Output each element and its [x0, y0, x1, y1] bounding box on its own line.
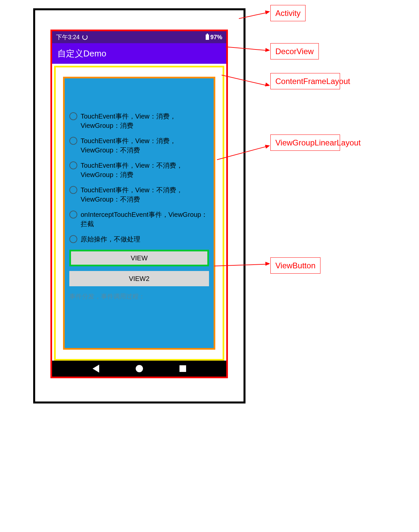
footer-text: 事件分发，事件调用过程：	[69, 292, 209, 301]
radio-icon	[69, 161, 77, 169]
decor-view: 下午3:24 97% 自定义Demo TouchEvent事件，View：消费，…	[50, 30, 228, 378]
diagram-container: 下午3:24 97% 自定义Demo TouchEvent事件，View：消费，…	[33, 8, 245, 403]
radio-item[interactable]: TouchEvent事件，View：消费，ViewGroup：不消费	[69, 136, 209, 155]
status-left: 下午3:24	[56, 33, 88, 41]
radio-icon	[69, 112, 77, 120]
status-bar: 下午3:24 97%	[52, 31, 226, 43]
annotation-viewgroup: ViewGroupLinearLayout	[270, 134, 340, 151]
battery-percent: 97%	[210, 34, 222, 41]
radio-item[interactable]: TouchEvent事件，View：不消费，ViewGroup：消费	[69, 161, 209, 179]
annotation-decorview: DecorView	[270, 43, 319, 59]
navigation-bar	[52, 361, 226, 377]
radio-icon	[69, 137, 77, 145]
arrow-head-icon	[265, 10, 270, 15]
radio-item[interactable]: 原始操作，不做处理	[69, 234, 209, 244]
nav-home-icon[interactable]	[136, 365, 143, 372]
radio-label: 原始操作，不做处理	[81, 234, 140, 244]
battery-icon	[206, 35, 209, 40]
view-button[interactable]: VIEW	[69, 250, 209, 266]
view-button-label: VIEW	[131, 254, 148, 262]
radio-label: TouchEvent事件，View：消费，ViewGroup：消费	[81, 112, 209, 130]
radio-icon	[69, 235, 77, 243]
arrow-head-icon	[265, 143, 271, 148]
nav-back-icon[interactable]	[93, 365, 99, 373]
radio-label: TouchEvent事件，View：不消费，ViewGroup：不消费	[81, 185, 209, 204]
viewgroup-linear-layout: TouchEvent事件，View：消费，ViewGroup：消费 TouchE…	[63, 77, 215, 350]
arrow-head-icon	[265, 83, 270, 88]
view2-button[interactable]: VIEW2	[69, 271, 209, 286]
app-bar: 自定义Demo	[52, 43, 226, 64]
nav-recent-icon[interactable]	[179, 365, 186, 372]
radio-icon	[69, 186, 77, 194]
content-frame-layout: TouchEvent事件，View：消费，ViewGroup：消费 TouchE…	[54, 66, 224, 361]
radio-item[interactable]: onInterceptTouchEvent事件，ViewGroup：拦截	[69, 210, 209, 228]
radio-item[interactable]: TouchEvent事件，View：消费，ViewGroup：消费	[69, 112, 209, 130]
annotation-activity: Activity	[270, 5, 306, 21]
annotation-contentframe: ContentFrameLayout	[270, 73, 340, 89]
sync-icon	[82, 35, 88, 40]
status-time: 下午3:24	[56, 33, 80, 41]
arrow-head-icon	[265, 262, 270, 266]
radio-item[interactable]: TouchEvent事件，View：不消费，ViewGroup：不消费	[69, 185, 209, 204]
radio-label: onInterceptTouchEvent事件，ViewGroup：拦截	[81, 210, 209, 228]
radio-icon	[69, 211, 77, 219]
activity-frame: 下午3:24 97% 自定义Demo TouchEvent事件，View：消费，…	[33, 8, 245, 403]
annotation-viewbutton: ViewButton	[270, 257, 320, 274]
arrow-head-icon	[265, 48, 270, 52]
status-right: 97%	[206, 34, 222, 41]
view2-button-label: VIEW2	[129, 275, 149, 283]
app-title: 自定义Demo	[57, 48, 106, 59]
radio-label: TouchEvent事件，View：不消费，ViewGroup：消费	[81, 161, 209, 179]
radio-label: TouchEvent事件，View：消费，ViewGroup：不消费	[81, 136, 209, 155]
